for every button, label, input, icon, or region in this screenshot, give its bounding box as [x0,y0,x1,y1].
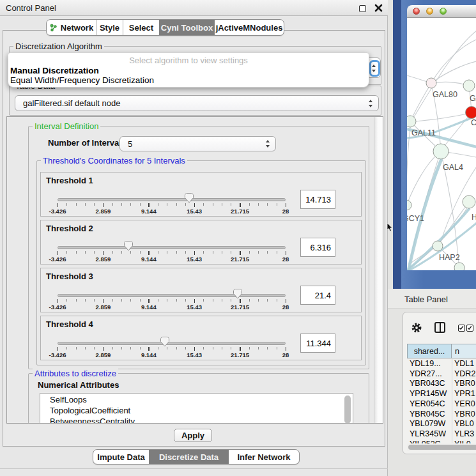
cell-name: YER0 [454,399,476,408]
number-of-intervals-combo[interactable]: 5 [119,136,276,151]
threshold-slider-thumb[interactable] [160,336,170,347]
table-row[interactable]: YBR045CYBR0 [407,410,476,420]
threshold-slider-track[interactable] [58,294,286,297]
threshold-slider-track[interactable] [58,198,286,201]
minimize-traffic-light[interactable] [426,8,433,15]
table-row[interactable]: YLR345WYLR3 [407,429,476,440]
network-node[interactable] [407,116,416,127]
network-node[interactable] [433,241,443,251]
algorithm-option-manual-discretization[interactable]: Manual Discretization [10,66,99,75]
network-node[interactable] [426,78,436,88]
table-header-cell[interactable]: n [451,344,476,358]
attributes-scrollbar-thumb[interactable] [344,395,351,424]
slider-tick-label: 9.144 [133,256,165,263]
network-node[interactable] [407,200,411,210]
slider-tick-label: 15.43 [178,256,210,263]
threshold-label: Threshold 4 [46,319,93,329]
slider-tick-label: 28 [270,303,302,311]
slider-minor-tick [66,251,67,254]
vertical-scrollbar[interactable] [374,117,383,423]
table-panel: shared...n YDL19...YDL1YDR27...YDR2YBR04… [403,312,476,454]
tab-jactivemnodules[interactable]: jActiveMNodules [215,20,284,35]
slider-minor-tick [121,299,122,302]
slider-major-tick [194,299,196,303]
slider-major-tick [58,203,59,207]
slider-minor-tick [121,203,122,206]
tab-discretize-data[interactable]: Discretize Data [149,450,229,464]
cell-name: YLR3 [454,429,476,438]
table-row[interactable]: YBL079WYBL0 [407,419,476,429]
threshold-value-field[interactable]: 21.4 [300,286,335,305]
slider-tick-label: 28 [270,208,302,215]
attribute-item-selfloops[interactable]: SelfLoops [40,394,353,404]
threshold-slider-thumb[interactable] [123,240,134,251]
apply-button[interactable]: Apply [174,429,212,442]
select-all-checkbox-icon[interactable] [458,325,465,332]
network-edge [407,157,434,206]
zoom-traffic-light[interactable] [440,8,447,15]
settings-gear-icon[interactable] [411,322,422,334]
threshold-slider-track[interactable] [58,246,286,249]
table-header-cell[interactable]: shared... [407,344,452,358]
network-canvas[interactable]: GAL80GACGAL11GAL4GCY1HHAP2 [407,18,476,270]
slider-minor-tick [85,299,86,302]
tab-select[interactable]: Select [123,20,159,35]
threshold-slider-thumb[interactable] [184,192,194,203]
horizontal-scrollbar-thumb[interactable] [408,445,476,450]
node-label-c: C [471,118,476,127]
threshold-value-field[interactable]: 11.344 [300,334,335,353]
network-node[interactable] [433,144,449,159]
cell-shared-name: YBR043C [410,379,449,388]
slider-minor-tick [203,251,204,254]
slider-minor-tick [176,203,177,206]
slider-tick-label: -3.426 [42,303,73,311]
tab-network[interactable]: Network [47,20,96,35]
network-edge [431,38,476,83]
slider-minor-tick [222,299,222,302]
close-icon[interactable] [374,4,383,12]
close-traffic-light[interactable] [413,8,420,15]
tab-infer-network[interactable]: Infer Network [229,450,299,464]
slider-major-tick [286,203,287,207]
table-row[interactable]: YDR27...YDR2 [407,369,476,380]
slider-minor-tick [231,347,231,349]
deselect-checkbox-icon[interactable] [466,325,473,332]
table-data-combo[interactable]: galFiltered.sif default node [15,95,379,111]
threshold-slider-thumb[interactable] [233,288,243,299]
combo-arrows-icon [265,140,271,148]
tab-style[interactable]: Style [96,20,123,35]
tab-impute-data[interactable]: Impute Data [93,450,149,464]
algorithm-option-equal-width-frequency-discretization[interactable]: Equal Width/Frequency Discretization [10,75,154,85]
network-node[interactable] [466,107,476,119]
float-window-icon[interactable] [359,5,366,12]
node-label-ga: GA [470,94,476,103]
slider-minor-tick [277,251,277,254]
threshold-value-field[interactable]: 14.713 [300,190,335,209]
algorithm-combo-focus-ring[interactable] [369,60,380,77]
threshold-value-field[interactable]: 6.316 [300,238,335,257]
horizontal-scrollbar[interactable] [407,443,476,451]
table-row[interactable]: YER054CYER0 [407,399,476,410]
slider-major-tick [240,347,241,351]
network-edge [407,122,411,204]
slider-minor-tick [267,299,268,302]
attribute-item-topologicalcoefficient[interactable]: TopologicalCoefficient [40,404,353,415]
network-node[interactable] [463,196,475,208]
network-node[interactable] [454,263,464,270]
node-label-hap2: HAP2 [439,253,460,262]
network-node[interactable] [463,80,475,91]
table-row[interactable]: YDL19...YDL1 [407,359,476,369]
table-data-box: Table Data galFiltered.sif default node [9,86,381,116]
split-panel-icon[interactable] [434,322,445,333]
cell-name: YBR0 [454,410,476,418]
slider-tick-label: 21.715 [224,303,256,311]
numerical-attributes-list[interactable]: SelfLoopsTopologicalCoefficientBetweenne… [40,393,353,424]
slider-minor-tick [66,299,67,302]
tab-label: Select [129,23,153,33]
attribute-item-betweennesscentrality[interactable]: BetweennessCentrality [40,415,353,424]
tab-cyni-toolbox[interactable]: Cyni Toolbox [159,20,215,35]
table-row[interactable]: YPR145WYPR1 [407,389,476,399]
table-row[interactable]: YBR043CYBR0 [407,379,476,389]
cell-shared-name: YER054C [410,399,449,408]
threshold-slider-track[interactable] [58,342,286,345]
